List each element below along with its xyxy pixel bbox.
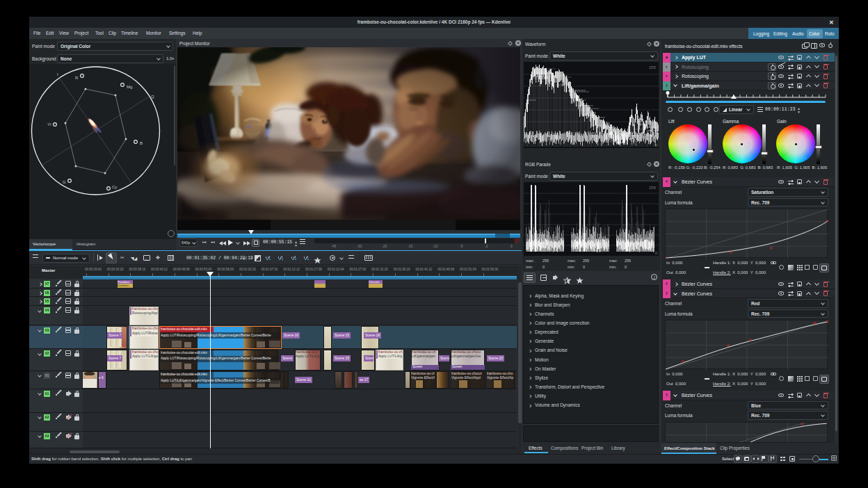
svg-text:I: I	[57, 72, 58, 76]
svg-text:0: 0	[655, 251, 658, 255]
svg-text:Yl: Yl	[47, 122, 51, 127]
svg-text:R: R	[75, 76, 79, 80]
svg-text:255: 255	[649, 65, 657, 70]
svg-text:G: G	[63, 180, 66, 184]
svg-text:B: B	[140, 141, 143, 145]
svg-text:Q: Q	[151, 95, 154, 99]
svg-text:Cy: Cy	[112, 185, 117, 189]
svg-text:Mg: Mg	[127, 85, 132, 89]
svg-text:255: 255	[649, 186, 657, 190]
